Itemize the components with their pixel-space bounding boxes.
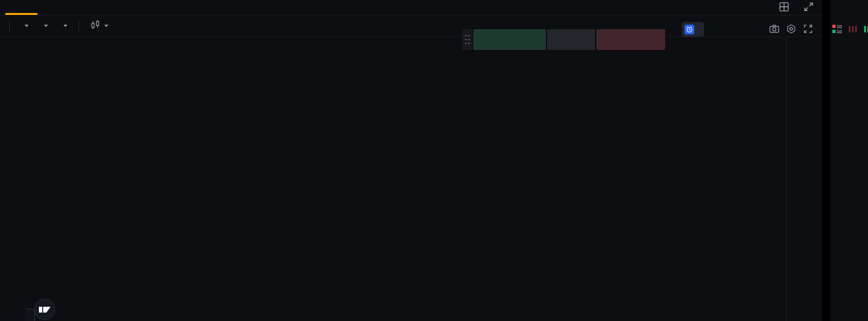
tradingview-logo[interactable]	[34, 298, 56, 320]
candle-style-icon	[90, 19, 100, 32]
expand-icon[interactable]	[804, 2, 814, 14]
chart-canvas[interactable]	[26, 38, 786, 321]
drag-dots-icon	[464, 34, 470, 45]
top-tab-bar	[0, 0, 822, 16]
orderbook-view-toggles	[832, 25, 868, 36]
orderbook-panel	[830, 0, 868, 321]
price-axis[interactable]	[786, 38, 822, 321]
candle-style-selector[interactable]	[84, 19, 114, 32]
quick-trade-widget	[462, 29, 665, 50]
drawing-toolbar	[0, 38, 26, 321]
trade-widget-drag-handle[interactable]	[462, 29, 472, 50]
chevron-down-icon	[64, 25, 67, 27]
toolbar-divider	[9, 21, 10, 31]
tradingview-alert-button[interactable]	[682, 22, 704, 37]
orderbook-both-icon[interactable]	[832, 25, 842, 36]
volume-legend	[34, 224, 54, 233]
trading-terminal	[0, 0, 868, 321]
alarm-clock-icon	[685, 25, 694, 34]
camera-icon[interactable]	[769, 23, 780, 35]
active-tab-underline	[5, 13, 38, 15]
orderbook-bids-icon[interactable]	[863, 25, 868, 36]
indicators-menu[interactable]	[15, 25, 34, 27]
chart-settings-icon[interactable]	[786, 23, 797, 35]
index-legend	[34, 62, 43, 72]
chevron-down-icon	[25, 25, 29, 27]
market-short-button[interactable]	[596, 29, 665, 50]
quantity-field[interactable]	[547, 29, 595, 50]
display-menu[interactable]	[34, 25, 54, 27]
layout-grid-icon[interactable]	[779, 2, 789, 14]
market-long-button[interactable]	[473, 29, 546, 50]
chevron-down-icon	[104, 25, 108, 27]
chevron-down-icon	[44, 25, 48, 27]
market-price-menu[interactable]	[54, 25, 73, 27]
rsi-legend	[34, 244, 42, 254]
chart-panel	[0, 0, 822, 321]
fullscreen-icon[interactable]	[803, 23, 814, 35]
toolbar-divider	[78, 21, 79, 31]
orderbook-asks-icon[interactable]	[848, 25, 858, 36]
